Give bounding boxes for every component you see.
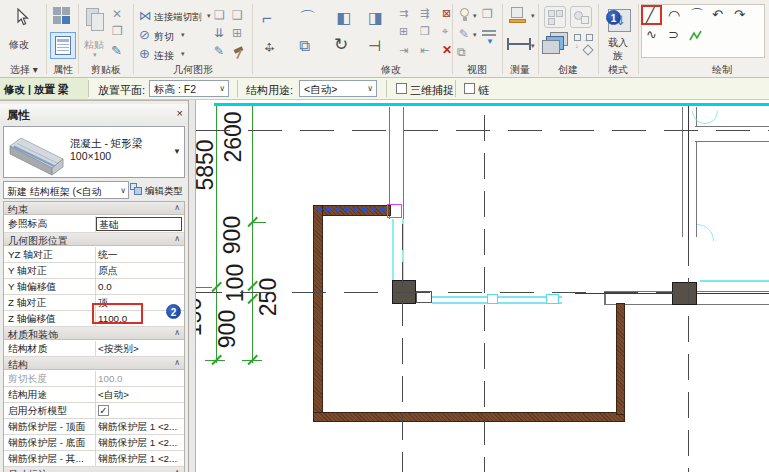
- measure-dim-icon[interactable]: [507, 38, 531, 50]
- demolish-hammer-icon[interactable]: [233, 46, 246, 59]
- property-section[interactable]: 材质和装饰∧: [4, 327, 184, 340]
- paint-icon[interactable]: ✎: [214, 45, 224, 57]
- group-icon[interactable]: [544, 6, 566, 28]
- property-value[interactable]: 100.0: [98, 373, 184, 384]
- close-icon[interactable]: ×: [177, 107, 183, 119]
- property-row[interactable]: YZ 轴对正统一: [4, 247, 184, 263]
- property-section[interactable]: 尺寸标注∧: [4, 467, 184, 472]
- draw-partial-ellipse-icon[interactable]: ⊃: [668, 28, 679, 41]
- property-row[interactable]: 钢筋保护层 - 顶面钢筋保护层 1 <2...: [4, 419, 184, 435]
- measure-dim-dropdown-icon[interactable]: ▾: [531, 42, 535, 50]
- edit-type-button[interactable]: 编辑类型: [128, 179, 188, 201]
- draw-arc3-icon[interactable]: ↶: [712, 8, 723, 21]
- paste-label[interactable]: 粘贴: [84, 38, 104, 52]
- hidden-cubes-icon[interactable]: ❐: [482, 8, 493, 20]
- demolish-icon[interactable]: ❑: [232, 9, 243, 21]
- wall-gray-horizontal-topright[interactable]: [695, 126, 769, 142]
- property-value[interactable]: 钢筋保护层 1 <2...: [98, 421, 184, 434]
- cut-geometry-label[interactable]: 剪切: [154, 30, 174, 44]
- wall-gray-vertical-left[interactable]: [389, 107, 404, 219]
- family-types-icon[interactable]: [53, 7, 72, 26]
- unpin-icon[interactable]: ⊠: [442, 8, 451, 19]
- cope-icon[interactable]: ⋈: [139, 9, 152, 22]
- property-value[interactable]: 原点: [98, 265, 184, 278]
- panel-divider[interactable]: [188, 100, 196, 472]
- snap3d-checkbox[interactable]: [396, 83, 407, 94]
- property-row[interactable]: 结构用途<自动>: [4, 387, 184, 403]
- properties-button[interactable]: [50, 32, 76, 59]
- panel-label-select[interactable]: 选择 ▾: [4, 63, 44, 77]
- property-checkbox[interactable]: ✓: [98, 405, 109, 416]
- cope-label[interactable]: 连接端切割: [154, 11, 202, 24]
- lightbulb-icon[interactable]: [459, 8, 471, 22]
- instance-combo[interactable]: 新建 结构框架 (<自动∨: [3, 181, 129, 199]
- draw-spline-icon[interactable]: ∿: [646, 28, 657, 41]
- panel-label-properties[interactable]: 属性: [50, 63, 76, 77]
- paste-icon[interactable]: [86, 8, 106, 34]
- pin-icon[interactable]: ⌖: [442, 26, 448, 37]
- offset-icon[interactable]: ⌒: [299, 10, 316, 27]
- wall-brown-top[interactable]: [313, 205, 391, 216]
- draw-arc2-icon[interactable]: ⌒: [690, 8, 704, 22]
- column-2[interactable]: [672, 282, 697, 305]
- scale-icon[interactable]: ❒: [420, 26, 430, 37]
- split-face-icon[interactable]: ❏: [214, 9, 225, 21]
- join-geometry-label[interactable]: 连接: [154, 49, 174, 63]
- cutaway-icon[interactable]: ▼: [482, 28, 498, 42]
- modify-button[interactable]: 修改: [9, 38, 29, 52]
- unjoin-icon[interactable]: ⊞: [232, 27, 242, 39]
- panel-label-view[interactable]: 视图: [464, 63, 490, 77]
- property-row[interactable]: 参照标高基础: [4, 216, 184, 233]
- property-value[interactable]: 基础: [96, 217, 182, 231]
- property-row[interactable]: Y 轴偏移值0.0: [4, 279, 184, 295]
- draw-fillet-icon[interactable]: ↷: [734, 8, 745, 21]
- cut-dropdown-icon[interactable]: ▾: [181, 31, 185, 39]
- mirror-project-icon[interactable]: ◧: [336, 10, 351, 26]
- linework-dropdown-icon[interactable]: ▾: [473, 31, 477, 39]
- property-row[interactable]: Y 轴对正原点: [4, 263, 184, 279]
- extend-icon[interactable]: ⇥: [399, 45, 408, 56]
- property-value[interactable]: <按类别>: [98, 343, 184, 356]
- delete-icon[interactable]: ✕: [442, 44, 452, 56]
- property-value[interactable]: 钢筋保护层 1 <2...: [98, 453, 184, 466]
- structural-usage-select[interactable]: <自动>∨: [299, 80, 377, 97]
- join-dropdown-icon[interactable]: ▾: [181, 50, 185, 58]
- similar-icon[interactable]: [542, 32, 570, 58]
- property-value[interactable]: <自动>: [98, 389, 184, 402]
- wall-joins-icon[interactable]: ⇊: [214, 27, 224, 39]
- property-row[interactable]: 结构材质<按类别>: [4, 341, 184, 357]
- match-type-icon[interactable]: ✎: [111, 44, 122, 57]
- steering-icon[interactable]: ⧉: [457, 46, 466, 58]
- insert-views-icon[interactable]: → ↓: [574, 34, 594, 56]
- move-icon[interactable]: ↔ ↕: [262, 36, 282, 56]
- property-section[interactable]: 结构∧: [4, 357, 184, 370]
- property-row[interactable]: 钢筋保护层 - 底面钢筋保护层 1 <2...: [4, 435, 184, 451]
- draw-arc1-icon[interactable]: ◠: [668, 8, 680, 22]
- panel-label-measure[interactable]: 测量: [507, 63, 533, 77]
- panel-label-geometry[interactable]: 几何图形: [168, 63, 218, 77]
- wall-brown-right[interactable]: [616, 303, 625, 415]
- property-row[interactable]: 钢筋保护层 - 其...钢筋保护层 1 <2...: [4, 451, 184, 467]
- align-icon[interactable]: ⌐: [262, 10, 272, 27]
- type-selector[interactable]: 混凝土 - 矩形梁 100×100 ▼: [3, 126, 185, 178]
- property-row[interactable]: 剪切长度100.0: [4, 371, 184, 387]
- chain-checkbox[interactable]: [464, 83, 475, 94]
- panel-label-draw[interactable]: 绘制: [709, 63, 735, 77]
- array-icon[interactable]: ⊞: [399, 26, 408, 37]
- paste-dropdown-icon[interactable]: ▾: [93, 51, 97, 59]
- mirror-draw-icon[interactable]: ◨: [368, 10, 383, 26]
- rotate-icon[interactable]: ↻: [334, 36, 348, 53]
- property-value[interactable]: 统一: [98, 249, 184, 262]
- cut-geometry-icon[interactable]: ⊘: [139, 28, 150, 41]
- draw-pick-lines-icon[interactable]: [689, 29, 703, 43]
- wall-brown-left[interactable]: [313, 205, 323, 422]
- cut-icon[interactable]: ✕: [112, 8, 122, 20]
- group2-icon[interactable]: [570, 6, 592, 28]
- panel-label-modify[interactable]: 修改: [378, 63, 404, 77]
- join-geometry-icon[interactable]: ⊕: [139, 47, 150, 60]
- property-value[interactable]: 0.0: [98, 281, 184, 292]
- copy-modify-icon[interactable]: ⧉: [299, 38, 310, 53]
- wall-brown-bottom[interactable]: [313, 412, 625, 422]
- panel-label-create[interactable]: 创建: [555, 63, 581, 77]
- property-row[interactable]: 启用分析模型✓: [4, 403, 184, 419]
